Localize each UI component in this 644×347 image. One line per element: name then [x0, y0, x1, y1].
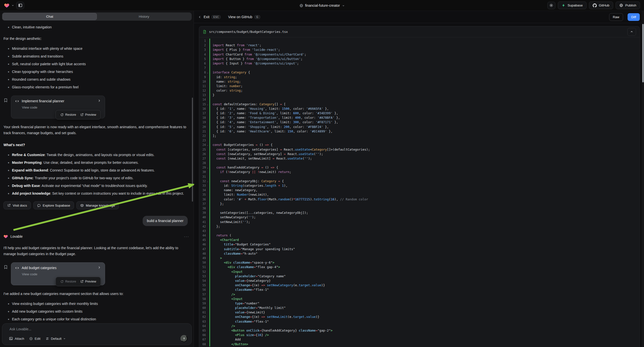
action-button-manage-knowledge[interactable]: Manage knowledge [76, 202, 119, 209]
view-code-link[interactable]: View code [22, 105, 101, 110]
code-line: 29⌄ const handleAddCategory = () => { [199, 165, 640, 170]
fold-toggle [206, 333, 209, 337]
publish-button[interactable]: Publish [616, 2, 640, 9]
fold-toggle [206, 174, 209, 179]
code-line: 7 [199, 66, 640, 70]
code-editor[interactable]: 12import React from 'react';3import { Pl… [199, 37, 640, 347]
raw-toggle-button[interactable]: Raw [609, 13, 623, 21]
diff-added-gutter [209, 138, 210, 143]
code-text: const newCategoryObj: Category = { [212, 179, 284, 184]
code-line: 37 }; [199, 202, 640, 206]
tab-chat[interactable]: Chat [2, 13, 97, 20]
code-text: onChange={(e) => setNewLimit(e.target.va… [212, 315, 320, 319]
line-number: 35 [199, 192, 206, 197]
restore-button[interactable]: Restore [58, 278, 78, 285]
code-text: } [212, 93, 214, 97]
bullet-item: ●Minimalist interface with plenty of whi… [4, 46, 190, 52]
view-on-github-button[interactable]: View on GitHub G [228, 15, 260, 19]
external-link-icon [80, 113, 84, 116]
supabase-button[interactable]: Supabase [558, 2, 586, 9]
chat-paragraph: I've added a new budget categories manag… [4, 291, 190, 297]
tab-history[interactable]: History [97, 13, 191, 20]
code-text: /> [212, 324, 235, 328]
message-menu-button[interactable]: ··· [184, 234, 190, 240]
diff-toggle-button[interactable]: Diff [628, 13, 640, 21]
code-line: 10 name: string; [199, 80, 640, 84]
code-text: </Button> [212, 342, 248, 346]
diff-added-gutter [209, 165, 210, 170]
fold-toggle-icon[interactable]: ⌄ [206, 143, 209, 147]
lovable-logo-icon[interactable] [4, 3, 10, 8]
settings-button[interactable] [548, 2, 556, 9]
action-button-label: Manage knowledge [86, 204, 115, 207]
logo-chevron-down-icon[interactable] [12, 4, 14, 7]
fold-toggle-icon[interactable]: ⌄ [206, 179, 209, 184]
code-line: 22]; [199, 134, 640, 138]
fold-toggle-icon[interactable]: ⌄ [206, 70, 209, 75]
action-button-explore-supabase[interactable]: Explore Supabase [33, 202, 74, 209]
diff-added-gutter [209, 342, 210, 346]
collapse-file-button[interactable] [627, 28, 636, 36]
line-number: 57 [199, 292, 206, 297]
code-text: import ChartCard from '@/components/ui/C… [212, 52, 306, 57]
github-button[interactable]: GitHub [589, 2, 613, 9]
bullet-text: Add project knowledge: Set key context o… [12, 190, 184, 196]
send-button[interactable] [180, 335, 188, 342]
restore-label: Restore [65, 112, 76, 118]
diff-added-gutter [209, 116, 210, 120]
view-code-link[interactable]: View code [22, 272, 101, 276]
file-header[interactable]: src/components/budget/BudgetCategories.t… [199, 26, 640, 37]
exit-button[interactable]: Exit ESC [198, 15, 220, 19]
window-scrollbar[interactable] [642, 11, 644, 347]
fold-toggle-icon[interactable]: ⌄ [206, 165, 209, 170]
fold-toggle [206, 224, 209, 229]
code-text: <div className="space-y-6"> [212, 260, 274, 265]
window-scrollbar-thumb[interactable] [642, 24, 644, 82]
fold-toggle [206, 247, 209, 252]
version-card-header: Add budget categories [15, 265, 101, 270]
fold-toggle-icon[interactable]: ⌄ [206, 102, 209, 106]
code-line: 8⌄interface Category { [199, 70, 640, 75]
line-number: 36 [199, 197, 206, 202]
fold-toggle [206, 202, 209, 206]
bullet-list: ●Refine & Customize: Tweak the design, a… [4, 152, 190, 196]
code-line: 49 > [199, 256, 640, 260]
globe-icon [299, 4, 303, 8]
github-label: GitHub [599, 4, 610, 7]
fold-toggle [206, 260, 209, 265]
toggle-sidebar-button[interactable] [16, 2, 24, 9]
fold-toggle [206, 238, 209, 242]
diff-added-gutter [209, 93, 210, 97]
version-card[interactable]: Implement financial plannerView codeRest… [11, 96, 105, 118]
code-text: if (!newCategory || !newLimit) return; [212, 170, 291, 174]
fold-toggle [206, 97, 209, 102]
attach-button[interactable]: Attach [9, 336, 24, 340]
composer-input[interactable]: Ask Lovable... [6, 327, 188, 331]
preview-button[interactable]: Preview [78, 278, 98, 285]
restore-button[interactable]: Restore [58, 112, 78, 118]
version-card[interactable]: Add budget categoriesView codeRestorePre… [11, 262, 105, 285]
code-line: 38 [199, 206, 640, 210]
line-number: 16 [199, 106, 206, 111]
chat-scrollbar[interactable] [192, 98, 193, 202]
action-button-visit-docs[interactable]: Visit docs [4, 202, 31, 209]
agent-header: Lovable··· [4, 234, 190, 240]
diff-added-gutter [209, 260, 210, 265]
composer[interactable]: Ask Lovable... Attach Edit [2, 323, 192, 345]
mode-select[interactable]: Default [46, 337, 66, 340]
chat-stream[interactable]: ●Clean, intuitive navigationFor the desi… [0, 21, 194, 322]
chevron-up-icon [630, 30, 633, 33]
chat-heading: What's next? [4, 142, 190, 148]
code-text: > [212, 256, 222, 260]
line-number: 67 [199, 337, 206, 342]
preview-button[interactable]: Preview [78, 112, 98, 118]
line-number: 29 [199, 165, 206, 170]
edit-button[interactable]: Edit [29, 337, 40, 340]
project-switcher[interactable]: financial-future-creator [299, 0, 344, 11]
action-button-label: Explore Supabase [43, 204, 70, 207]
fold-toggle [206, 116, 209, 120]
bullet-item: ●View existing budget categories with th… [4, 301, 190, 307]
fold-toggle [206, 210, 209, 215]
exit-label: Exit [204, 15, 209, 19]
line-number: 56 [199, 288, 206, 292]
